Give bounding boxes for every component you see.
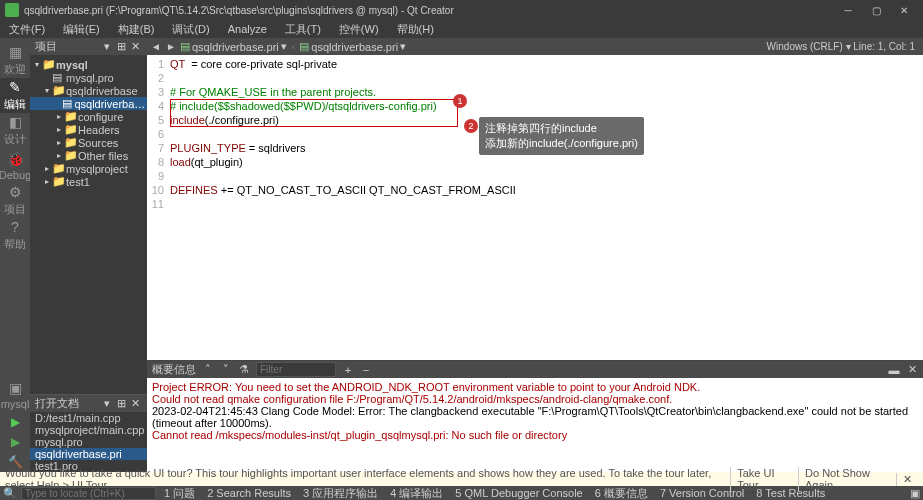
openfiles-list[interactable]: D:/test1/main.cppmysqlproject/main.cppmy… (30, 412, 147, 472)
project-close-icon[interactable]: ✕ (128, 40, 142, 53)
status-bar: 🔍 1 问题 2 Search Results 3 应用程序输出 4 编译输出 … (0, 486, 923, 500)
editor-area: ◄ ► ▤ qsqldriverbase.pri ▾ × ▤ qsqldrive… (147, 38, 923, 472)
mode-project[interactable]: ⚙项目 (0, 183, 30, 218)
run-button[interactable]: ▶ (0, 412, 30, 432)
openfile-item[interactable]: mysqlproject/main.cpp (30, 424, 147, 436)
status-tab-1[interactable]: 1 问题 (160, 486, 199, 501)
status-tab-6[interactable]: 6 概要信息 (591, 486, 652, 501)
tour-bar: Would you like to take a quick UI tour? … (0, 472, 923, 486)
output-filter-icon[interactable]: ⚗ (238, 363, 250, 376)
openfile-item[interactable]: D:/test1/main.cpp (30, 412, 147, 424)
openfiles-header: 打开文档 ▾ ⊞ ✕ (30, 395, 147, 412)
maximize-button[interactable]: ▢ (862, 1, 890, 19)
openfiles-split-icon[interactable]: ⊞ (114, 397, 128, 410)
menu-analyze[interactable]: Analyze (224, 21, 271, 37)
menu-help[interactable]: 帮助(H) (393, 20, 438, 39)
editor-file-selector[interactable]: ▤ qsqldriverbase.pri ▾ (180, 40, 287, 53)
menu-edit[interactable]: 编辑(E) (59, 20, 104, 39)
tree-node[interactable]: ▸📁test1 (30, 175, 147, 188)
output-min-icon[interactable]: ▬ (888, 364, 900, 376)
minimize-button[interactable]: ─ (834, 1, 862, 19)
close-button[interactable]: ✕ (890, 1, 918, 19)
menu-widgets[interactable]: 控件(W) (335, 20, 383, 39)
output-header: 概要信息 ˄ ˅ ⚗ + − ▬ ✕ (147, 361, 923, 378)
menu-tools[interactable]: 工具(T) (281, 20, 325, 39)
mode-debug[interactable]: 🐞Debug (0, 148, 30, 183)
menubar: 文件(F) 编辑(E) 构建(B) 调试(D) Analyze 工具(T) 控件… (0, 20, 923, 38)
status-close-icon[interactable]: ▣ (910, 487, 920, 500)
annotation-tooltip: 注释掉第四行的include 添加新的include(./configure.p… (479, 117, 644, 155)
openfile-item[interactable]: mysql.pro (30, 436, 147, 448)
project-panel-header: 项目 ▾ ⊞ ✕ (30, 38, 147, 55)
openfiles-close-icon[interactable]: ✕ (128, 397, 142, 410)
project-filter-icon[interactable]: ▾ (100, 40, 114, 53)
status-tab-4[interactable]: 4 编译输出 (386, 486, 447, 501)
status-tab-8[interactable]: 8 Test Results (752, 487, 829, 499)
window-title: qsqldriverbase.pri (F:\Program\QT\5.14.2… (24, 5, 834, 16)
output-close-icon[interactable]: ✕ (906, 363, 918, 376)
annotation-badge-2: 2 (464, 119, 478, 133)
mode-panel: ▦欢迎 ✎编辑 ◧设计 🐞Debug ⚙项目 ?帮助 ▣mysql ▶ ▶ 🔨 (0, 38, 30, 472)
menu-debug[interactable]: 调试(D) (168, 20, 213, 39)
editor-symbol-selector[interactable]: ▤ qsqldriverbase.pri ▾ (299, 40, 406, 53)
openfiles-filter-icon[interactable]: ▾ (100, 397, 114, 410)
tree-node[interactable]: ▾📁qsqldriverbase (30, 84, 147, 97)
app-icon (5, 3, 19, 17)
locate-input[interactable] (21, 487, 156, 500)
run-debug-button[interactable]: ▶ (0, 432, 30, 452)
nav-fwd-icon[interactable]: ► (165, 41, 177, 52)
mode-edit[interactable]: ✎编辑 (0, 78, 30, 113)
editor-status[interactable]: Windows (CRLF) ▾ Line: 1, Col: 1 (767, 41, 920, 52)
titlebar: qsqldriverbase.pri (F:\Program\QT\5.14.2… (0, 0, 923, 20)
menu-file[interactable]: 文件(F) (5, 20, 49, 39)
mode-help[interactable]: ?帮助 (0, 218, 30, 253)
tree-node[interactable]: ▸📁Headers (30, 123, 147, 136)
tour-close-icon[interactable]: ✕ (896, 473, 918, 486)
nav-back-icon[interactable]: ◄ (150, 41, 162, 52)
status-tab-5[interactable]: 5 QML Debugger Console (451, 487, 586, 499)
openfile-item[interactable]: qsqldriverbase.pri (30, 448, 147, 460)
status-tab-2[interactable]: 2 Search Results (203, 487, 295, 499)
tree-node[interactable]: ▸📁Other files (30, 149, 147, 162)
output-filter-input[interactable] (256, 362, 336, 377)
run-target[interactable]: ▣mysql (0, 377, 30, 412)
menu-build[interactable]: 构建(B) (114, 20, 159, 39)
mode-welcome[interactable]: ▦欢迎 (0, 43, 30, 78)
output-area: 概要信息 ˄ ˅ ⚗ + − ▬ ✕ Project ERROR: You ne… (147, 360, 923, 472)
status-tab-7[interactable]: 7 Version Control (656, 487, 748, 499)
tree-node[interactable]: ▾📁mysql (30, 58, 147, 71)
editor-toolbar: ◄ ► ▤ qsqldriverbase.pri ▾ × ▤ qsqldrive… (147, 38, 923, 55)
annotation-badge-1: 1 (453, 94, 467, 108)
tree-node[interactable]: ▤qsqldriverbase.pri (30, 97, 147, 110)
left-column: 项目 ▾ ⊞ ✕ ▾📁mysql▤mysql.pro▾📁qsqldriverba… (30, 38, 147, 472)
locate-icon[interactable]: 🔍 (3, 487, 17, 500)
tree-node[interactable]: ▸📁Sources (30, 136, 147, 149)
output-zoom-out-icon[interactable]: − (360, 364, 372, 376)
tree-node[interactable]: ▸📁configure (30, 110, 147, 123)
status-tab-3[interactable]: 3 应用程序输出 (299, 486, 382, 501)
tree-node[interactable]: ▤mysql.pro (30, 71, 147, 84)
mode-design[interactable]: ◧设计 (0, 113, 30, 148)
output-next-icon[interactable]: ˅ (220, 363, 232, 376)
project-split-icon[interactable]: ⊞ (114, 40, 128, 53)
project-tree[interactable]: ▾📁mysql▤mysql.pro▾📁qsqldriverbase▤qsqldr… (30, 55, 147, 394)
output-prev-icon[interactable]: ˄ (202, 363, 214, 376)
output-body[interactable]: Project ERROR: You need to set the ANDRO… (147, 378, 923, 472)
tree-node[interactable]: ▸📁mysqlproject (30, 162, 147, 175)
output-zoom-in-icon[interactable]: + (342, 364, 354, 376)
editor-body[interactable]: 1234567891011 QT = core core-private sql… (147, 55, 923, 360)
